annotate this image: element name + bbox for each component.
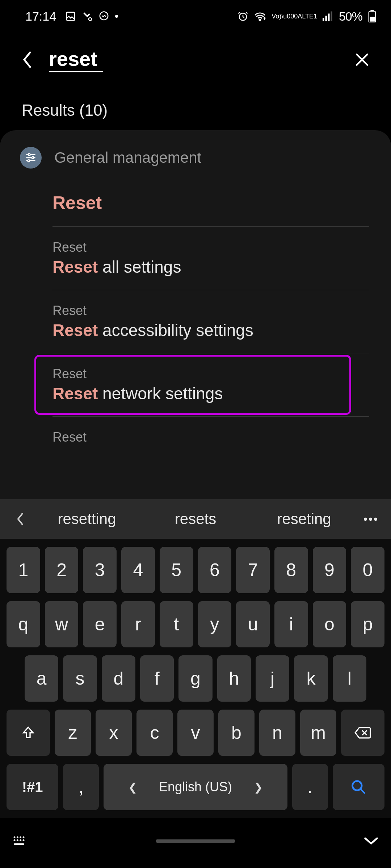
key-y[interactable]: y	[198, 601, 232, 647]
result-breadcrumb: Reset	[52, 240, 369, 255]
missed-call-icon	[81, 10, 93, 22]
key-u[interactable]: u	[236, 601, 270, 647]
key-8[interactable]: 8	[274, 547, 308, 593]
category-row[interactable]: General management	[20, 145, 369, 179]
key-s[interactable]: s	[63, 655, 97, 702]
svg-rect-7	[325, 16, 327, 21]
key-p[interactable]: p	[351, 601, 384, 647]
key-j[interactable]: j	[256, 655, 289, 702]
key-5[interactable]: 5	[160, 547, 193, 593]
key-symbols[interactable]: !#1	[7, 764, 58, 810]
result-item-reset-all[interactable]: Reset Reset all settings	[52, 227, 369, 290]
key-x[interactable]: x	[96, 710, 132, 756]
key-comma[interactable]: ,	[63, 764, 99, 810]
kb-row-3: z x c v b n m	[7, 710, 384, 756]
key-i[interactable]: i	[274, 601, 308, 647]
key-shift[interactable]	[7, 710, 50, 756]
svg-point-19	[20, 837, 21, 838]
status-bar: 17:14 Vo)\u000ALTE1 50%	[0, 0, 391, 33]
key-a[interactable]: a	[25, 655, 58, 702]
status-right: Vo)\u000ALTE1 50%	[237, 9, 377, 24]
keyboard: 1 2 3 4 5 6 7 8 9 0 q w e r t y u i o p …	[0, 539, 391, 818]
key-4[interactable]: 4	[121, 547, 155, 593]
key-period[interactable]: .	[292, 764, 328, 810]
home-indicator[interactable]	[156, 839, 235, 843]
kb-row-4: !#1 , ❮ English (US) ❯ .	[7, 764, 384, 810]
key-l[interactable]: l	[333, 655, 366, 702]
search-input[interactable]	[49, 47, 103, 72]
match-highlight: Reset	[52, 258, 98, 276]
key-o[interactable]: o	[313, 601, 346, 647]
key-m[interactable]: m	[300, 710, 336, 756]
key-3[interactable]: 3	[83, 547, 117, 593]
result-item-partial[interactable]: Reset	[52, 417, 369, 460]
suggestion-back-button[interactable]	[7, 512, 33, 526]
key-g[interactable]: g	[178, 655, 212, 702]
hide-keyboard-button[interactable]	[362, 835, 380, 846]
key-backspace[interactable]	[341, 710, 384, 756]
svg-point-24	[23, 839, 25, 841]
key-c[interactable]: c	[136, 710, 173, 756]
kb-number-row: 1 2 3 4 5 6 7 8 9 0	[7, 547, 384, 593]
key-0[interactable]: 0	[351, 547, 384, 593]
match-highlight: Reset	[52, 193, 102, 213]
result-item-reset-network[interactable]: Reset Reset network settings	[52, 353, 369, 417]
clear-search-button[interactable]	[351, 49, 373, 71]
svg-rect-0	[67, 12, 75, 21]
key-b[interactable]: b	[218, 710, 255, 756]
chevron-right-icon: ❯	[254, 781, 263, 793]
svg-rect-25	[14, 843, 24, 845]
gallery-icon	[65, 11, 76, 22]
sliders-icon	[20, 147, 42, 169]
svg-point-22	[17, 839, 18, 841]
kb-row-1: q w e r t y u i o p	[7, 601, 384, 647]
suggestion-word-1[interactable]: resetting	[33, 510, 141, 528]
svg-point-1	[89, 18, 92, 21]
key-9[interactable]: 9	[313, 547, 346, 593]
chevron-left-icon: ❮	[128, 781, 137, 793]
svg-rect-12	[370, 17, 375, 22]
svg-rect-8	[328, 14, 330, 21]
svg-point-15	[28, 160, 30, 162]
key-f[interactable]: f	[140, 655, 174, 702]
result-item-reset[interactable]: Reset	[52, 179, 369, 227]
key-search[interactable]	[333, 764, 384, 810]
key-t[interactable]: t	[160, 601, 193, 647]
key-n[interactable]: n	[259, 710, 295, 756]
key-e[interactable]: e	[83, 601, 117, 647]
key-space[interactable]: ❮ English (US) ❯	[104, 764, 287, 810]
key-v[interactable]: v	[177, 710, 214, 756]
messenger-icon	[98, 11, 109, 22]
back-button[interactable]	[20, 49, 34, 71]
status-left: 17:14	[25, 9, 118, 24]
keyboard-switch-icon[interactable]	[11, 835, 29, 846]
key-k[interactable]: k	[294, 655, 328, 702]
category-label: General management	[54, 149, 201, 166]
svg-point-5	[259, 19, 261, 21]
key-q[interactable]: q	[7, 601, 40, 647]
result-text: all settings	[98, 258, 181, 276]
search-header	[0, 33, 391, 87]
key-6[interactable]: 6	[198, 547, 232, 593]
key-7[interactable]: 7	[236, 547, 270, 593]
match-highlight: Reset	[52, 321, 98, 340]
key-d[interactable]: d	[102, 655, 135, 702]
svg-rect-6	[323, 18, 324, 21]
results-count: Results (10)	[0, 87, 391, 130]
key-1[interactable]: 1	[7, 547, 40, 593]
key-w[interactable]: w	[45, 601, 79, 647]
result-text: accessibility settings	[98, 321, 253, 340]
lte-icon: Vo)\u000ALTE1	[272, 13, 317, 20]
key-h[interactable]: h	[217, 655, 251, 702]
svg-point-17	[14, 837, 16, 838]
signal-icon	[323, 11, 333, 21]
suggestion-word-3[interactable]: reseting	[250, 510, 358, 528]
suggestion-word-2[interactable]: resets	[141, 510, 250, 528]
key-2[interactable]: 2	[45, 547, 79, 593]
result-breadcrumb: Reset	[52, 303, 369, 318]
battery-icon	[368, 10, 377, 22]
key-z[interactable]: z	[55, 710, 91, 756]
key-r[interactable]: r	[121, 601, 155, 647]
result-item-reset-accessibility[interactable]: Reset Reset accessibility settings	[52, 290, 369, 353]
suggestion-more-button[interactable]: •••	[358, 512, 384, 526]
